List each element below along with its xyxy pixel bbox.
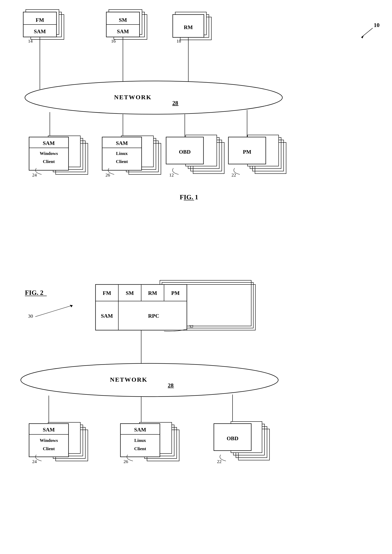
fig2-label-24-client: Client	[43, 446, 55, 451]
fig1-diagram: 10 FM SAM 14 SM SAM 16 RM	[8, 8, 392, 278]
label-26-linux: Linux	[116, 151, 128, 156]
server-fm: FM	[103, 290, 111, 296]
ref-18: 18	[176, 38, 181, 44]
label-26-client: Client	[116, 159, 128, 164]
label-24-sam: SAM	[43, 140, 55, 146]
arrow-30-line	[35, 305, 73, 317]
fig2-network-label: NETWORK	[110, 376, 147, 383]
fig2-label-22-obd: OBD	[227, 435, 238, 442]
ref-22: 22	[231, 172, 236, 177]
fig2-ref-24: 24	[32, 459, 37, 464]
network-label: NETWORK	[114, 94, 152, 100]
fig2-label-26-client: Client	[134, 446, 146, 451]
ref-14: 14	[28, 38, 33, 44]
server-rm: RM	[148, 290, 157, 296]
fig2-diagram: FIG. 2 30 FM SM RM PM SAM RPC 32	[8, 278, 392, 554]
fig1-title: FIG. 1	[180, 193, 198, 201]
ref-30: 30	[28, 313, 33, 319]
ref-12: 12	[169, 172, 174, 177]
ref-16: 16	[111, 38, 116, 44]
fig2-ref-22: 22	[217, 459, 222, 464]
fig2-title: FIG. 2	[25, 289, 43, 296]
label-18-rm: RM	[184, 24, 193, 30]
fig2-label-24-windows: Windows	[40, 438, 58, 443]
label-24-client: Client	[43, 159, 55, 164]
label-22-pm: PM	[243, 149, 251, 155]
fig2-label-26-sam: SAM	[134, 427, 146, 433]
server-sm: SM	[126, 290, 134, 296]
ref-26: 26	[105, 172, 110, 177]
label-14-sam: SAM	[34, 28, 46, 35]
fig2-label-24-sam: SAM	[43, 427, 55, 433]
server-sam: SAM	[101, 313, 113, 319]
label-16-sm: SM	[119, 17, 127, 23]
network-ellipse	[25, 81, 282, 114]
fig2-label-26-linux: Linux	[134, 438, 146, 443]
ref-32: 32	[189, 324, 194, 329]
label-12-obd: OBD	[179, 149, 191, 155]
label-16-sam: SAM	[117, 28, 129, 35]
label-14-fm: FM	[36, 17, 44, 23]
fig2-network-ellipse	[21, 363, 278, 397]
label-26-sam: SAM	[116, 140, 128, 146]
ref-24: 24	[32, 172, 37, 177]
page: 10 FM SAM 14 SM SAM 16 RM	[0, 0, 392, 554]
ref-10: 10	[374, 22, 379, 28]
server-pm: PM	[171, 290, 180, 296]
fig2-ref-26: 26	[124, 459, 128, 464]
label-24-windows: Windows	[40, 151, 58, 156]
server-rpc: RPC	[148, 313, 159, 319]
network-ref: 28	[172, 100, 178, 106]
fig2-network-ref: 28	[168, 382, 174, 388]
